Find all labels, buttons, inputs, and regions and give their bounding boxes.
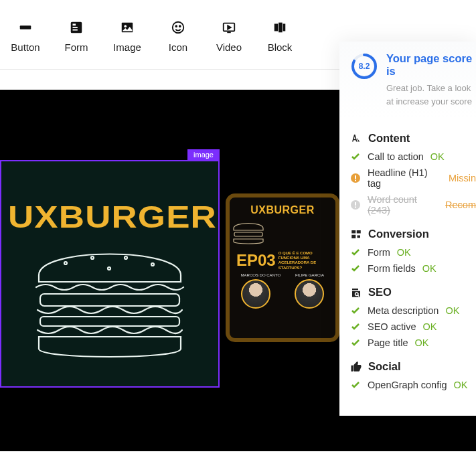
svg-point-8 — [175, 25, 177, 27]
check-form[interactable]: Form OK — [350, 247, 476, 258]
score-gauge: 8.2 — [350, 52, 378, 80]
check-icon — [350, 263, 361, 274]
svg-rect-32 — [351, 230, 355, 234]
svg-point-16 — [91, 256, 94, 259]
section-social: Social OpenGraph config OK — [339, 360, 476, 390]
image-heading: UXBURGER — [8, 199, 217, 235]
smile-icon — [171, 20, 185, 35]
svg-point-9 — [179, 25, 181, 27]
tool-label: Form — [65, 42, 88, 53]
svg-rect-20 — [40, 294, 179, 306]
section-heading: SEO — [350, 286, 476, 299]
person-name: MARCOS DO CANTO — [241, 273, 281, 277]
section-heading: Conversion — [350, 228, 476, 240]
card-title: UXBURGER — [230, 204, 335, 216]
check-seo-active[interactable]: SEO active OK — [350, 321, 476, 332]
video-icon — [222, 20, 236, 35]
warn-icon — [350, 200, 361, 210]
svg-rect-0 — [20, 25, 31, 29]
svg-rect-33 — [357, 230, 361, 234]
burger-illustration — [25, 235, 194, 369]
svg-rect-22 — [234, 232, 262, 236]
check-form-fields[interactable]: Form fields OK — [350, 263, 476, 274]
tool-label: Image — [113, 42, 141, 53]
tool-image[interactable]: Image — [102, 20, 153, 53]
tool-label: Icon — [169, 42, 187, 53]
card-episode[interactable]: UXBURGER EP03 O QUE É E COMO FUNCIONA UM… — [226, 193, 339, 342]
tool-label: Button — [11, 42, 39, 53]
svg-rect-28 — [355, 180, 356, 181]
svg-rect-12 — [274, 24, 279, 31]
episode-subtitle: O QUE É E COMO FUNCIONA UMA ACELERADORA … — [279, 251, 331, 270]
button-icon — [18, 20, 33, 35]
check-icon — [350, 305, 361, 316]
section-heading: Social — [350, 360, 476, 373]
check-call-to-action[interactable]: Call to action OK — [350, 151, 476, 162]
svg-rect-3 — [73, 27, 78, 28]
svg-rect-34 — [351, 234, 355, 238]
tool-label: Video — [216, 42, 242, 53]
svg-rect-2 — [73, 24, 76, 26]
tool-button[interactable]: Button — [0, 20, 51, 53]
score-subtitle: Great job. Take a look at increase your … — [386, 82, 476, 108]
tool-label: Block — [268, 42, 293, 53]
check-headline[interactable]: Headline (H1) tag Missin — [350, 167, 476, 189]
section-conversion: Conversion Form OK Form fields OK — [339, 228, 476, 274]
svg-rect-14 — [283, 24, 286, 31]
check-opengraph[interactable]: OpenGraph config OK — [350, 380, 476, 390]
svg-rect-4 — [73, 29, 78, 31]
svg-rect-30 — [355, 202, 356, 206]
check-icon — [350, 380, 361, 390]
card-burger-icon — [230, 219, 267, 246]
tool-block[interactable]: Block — [254, 20, 305, 53]
check-word-count[interactable]: Word count (243) Recom — [350, 194, 476, 216]
selection-badge: image — [187, 149, 220, 160]
section-content: Content Call to action OK Headline (H1) … — [339, 132, 476, 216]
svg-text:8.2: 8.2 — [359, 62, 370, 71]
svg-rect-31 — [355, 207, 356, 208]
svg-rect-35 — [358, 235, 361, 238]
image-content: UXBURGER — [1, 161, 218, 386]
avatar — [295, 279, 324, 309]
section-seo: SEO Meta description OK SEO active OK Pa… — [339, 286, 476, 348]
check-icon — [350, 337, 361, 348]
seo-icon — [350, 287, 362, 299]
conversion-icon — [350, 228, 362, 240]
section-heading: Content — [350, 132, 476, 145]
check-meta[interactable]: Meta description OK — [350, 305, 476, 316]
episode-number: EP03 — [236, 251, 276, 270]
person-name: FILIPE GARCIA — [295, 273, 324, 277]
person-2: FILIPE GARCIA — [295, 273, 324, 309]
svg-point-7 — [173, 22, 184, 33]
social-icon — [350, 361, 362, 373]
check-icon — [350, 151, 361, 162]
tool-video[interactable]: Video — [204, 20, 254, 53]
tool-icon[interactable]: Icon — [153, 20, 204, 53]
form-icon — [69, 20, 84, 35]
content-icon — [350, 133, 362, 145]
image-icon — [120, 20, 135, 35]
selected-image-element[interactable]: image UXBURGER — [0, 160, 220, 388]
svg-rect-21 — [40, 317, 179, 326]
score-title: Your page score is — [386, 52, 476, 78]
avatar — [241, 279, 270, 309]
block-icon — [272, 20, 287, 35]
tool-form[interactable]: Form — [51, 20, 102, 53]
warn-icon — [350, 173, 361, 183]
score-panel: 8.2 Your page score is Great job. Take a… — [339, 42, 476, 416]
svg-point-19 — [108, 267, 110, 270]
panel-header: 8.2 Your page score is Great job. Take a… — [339, 42, 476, 120]
check-page-title[interactable]: Page title OK — [350, 337, 476, 348]
svg-rect-13 — [279, 23, 283, 33]
svg-point-6 — [124, 25, 127, 27]
svg-point-17 — [125, 256, 127, 259]
check-icon — [350, 247, 361, 258]
person-1: MARCOS DO CANTO — [241, 273, 281, 309]
svg-point-18 — [151, 263, 154, 266]
svg-point-15 — [64, 262, 67, 264]
svg-rect-27 — [355, 175, 356, 179]
check-icon — [350, 321, 361, 332]
